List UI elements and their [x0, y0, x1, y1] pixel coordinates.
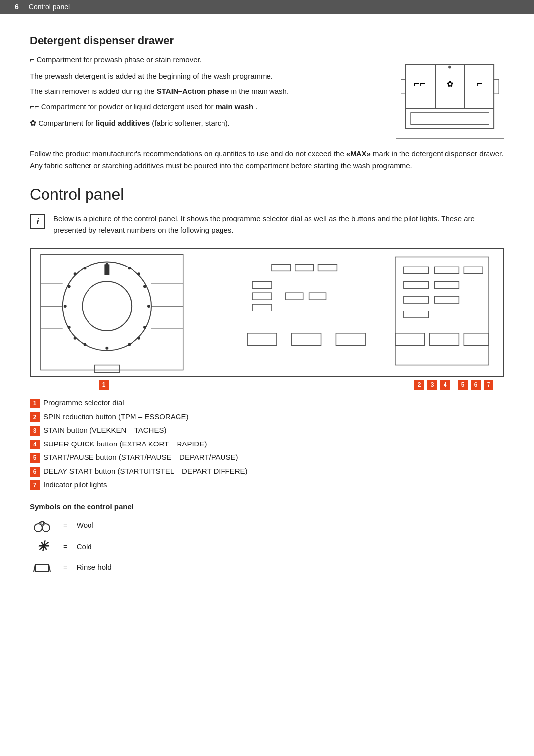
- svg-rect-47: [286, 293, 303, 300]
- symbol-prewash: ⌐: [30, 55, 34, 64]
- page-number: 6: [15, 3, 19, 11]
- item-text-7: Indicator pilot lights: [44, 479, 107, 490]
- item-badge-6: 6: [30, 467, 40, 477]
- cold-label: Cold: [77, 542, 92, 551]
- num-badge-5: 5: [458, 380, 468, 390]
- detergent-section-title: Detergent dispenser drawer: [30, 34, 504, 47]
- control-panel-svg: [31, 249, 503, 378]
- rinse-symbol: [30, 561, 54, 574]
- item-badge-4: 4: [30, 440, 40, 449]
- item-row-6: 6 DELAY START button (STARTUITSTEL – DEP…: [30, 466, 504, 477]
- detergent-section: ⌐ Compartment for prewash phase or stain…: [30, 54, 504, 139]
- control-panel-diagram: [30, 248, 504, 377]
- symbol-row-rinse: = Rinse hold: [30, 561, 504, 574]
- svg-rect-59: [430, 333, 459, 346]
- svg-rect-10: [494, 79, 499, 94]
- info-text: Below is a picture of the control panel.…: [53, 213, 504, 236]
- svg-rect-7: [411, 113, 489, 125]
- svg-rect-57: [404, 311, 429, 318]
- item-badge-5: 5: [30, 453, 40, 463]
- num-badge-6: 6: [471, 380, 481, 390]
- item-text-1: Programme selector dial: [44, 398, 124, 409]
- item-text-3: STAIN button (VLEKKEN – TACHES): [44, 425, 166, 436]
- svg-rect-40: [336, 333, 365, 346]
- svg-rect-42: [295, 264, 314, 271]
- svg-rect-37: [94, 365, 119, 373]
- svg-rect-52: [464, 267, 483, 273]
- info-icon: i: [30, 214, 45, 229]
- svg-point-15: [105, 263, 108, 266]
- svg-rect-9: [401, 79, 406, 94]
- item-badge-7: 7: [30, 480, 40, 490]
- numbers-row: 1 2 3 4 5 6 7: [30, 377, 504, 390]
- drawer-svg: ⌐⌐ ✿ ⌐: [401, 59, 499, 133]
- svg-rect-60: [464, 333, 489, 346]
- num-badge-3: 3: [427, 380, 437, 390]
- num-group-right: 2 3 4 5 6 7: [414, 380, 504, 390]
- wool-symbol: [30, 518, 54, 533]
- detergent-item-1: ⌐ Compartment for prewash phase or stain…: [30, 54, 381, 66]
- svg-rect-55: [404, 296, 429, 303]
- detergent-item-5: ✿ Compartment for liquid additives (fabr…: [30, 117, 381, 130]
- svg-rect-11: [41, 255, 183, 370]
- svg-point-18: [137, 337, 140, 340]
- item-row-2: 2 SPIN reduction button (TPM – ESSORAGE): [30, 411, 504, 423]
- svg-point-21: [64, 305, 67, 308]
- wool-eq: =: [63, 521, 68, 529]
- svg-rect-45: [252, 293, 272, 300]
- svg-point-24: [143, 285, 146, 288]
- num-badge-4: 4: [440, 380, 450, 390]
- svg-rect-41: [272, 264, 291, 271]
- svg-rect-50: [404, 267, 429, 273]
- svg-rect-51: [435, 267, 459, 273]
- item-text-2: SPIN reduction button (TPM – ESSORAGE): [44, 411, 188, 423]
- num-badge-1: 1: [99, 380, 109, 390]
- control-panel-title: Control panel: [30, 185, 504, 204]
- wool-label: Wool: [77, 521, 93, 529]
- symbol-row-wool: = Wool: [30, 518, 504, 533]
- symbols-title: Symbols on the control panel: [30, 502, 504, 511]
- svg-point-20: [74, 337, 77, 340]
- svg-point-17: [147, 305, 150, 308]
- page-header: 6 Control panel: [0, 0, 534, 14]
- svg-rect-56: [435, 296, 459, 303]
- svg-point-13: [83, 281, 132, 331]
- svg-point-29: [68, 285, 71, 288]
- diagram-wrapper: 1 2 3 4 5 6 7: [30, 248, 504, 390]
- cold-icon: ✳: [37, 538, 48, 555]
- svg-rect-39: [292, 333, 321, 346]
- item-badge-1: 1: [30, 399, 40, 408]
- symbols-section: Symbols on the control panel = Wool ✳ = …: [30, 502, 504, 574]
- svg-rect-48: [309, 293, 326, 300]
- svg-rect-46: [252, 304, 272, 311]
- detergent-item-2: The prewash detergent is added at the be…: [30, 70, 381, 82]
- svg-rect-64: [35, 565, 49, 572]
- svg-rect-54: [435, 281, 459, 288]
- item-badge-2: 2: [30, 412, 40, 422]
- svg-point-22: [74, 272, 77, 275]
- svg-rect-53: [404, 281, 429, 288]
- detergent-drawer-image: ⌐⌐ ✿ ⌐: [396, 54, 504, 139]
- svg-point-19: [105, 347, 108, 350]
- svg-rect-58: [395, 333, 425, 346]
- num-badge-7: 7: [484, 380, 493, 390]
- cold-symbol: ✳: [30, 538, 54, 555]
- page-content: Detergent dispenser drawer ⌐ Compartment…: [0, 14, 534, 599]
- svg-point-16: [137, 272, 140, 275]
- symbol-additives: ✿: [30, 119, 36, 127]
- symbol-mainwash: ⌐⌐: [30, 102, 39, 111]
- numbered-items-list: 1 Programme selector dial 2 SPIN reducti…: [30, 398, 504, 490]
- rinse-label: Rinse hold: [77, 563, 112, 571]
- svg-rect-38: [247, 333, 277, 346]
- svg-text:✿: ✿: [447, 80, 453, 88]
- detergent-item-3: The stain remover is added during the ST…: [30, 86, 381, 97]
- svg-point-61: [34, 524, 42, 532]
- svg-text:⌐: ⌐: [477, 78, 483, 89]
- item-row-5: 5 START/PAUSE button (START/PAUSE – DEPA…: [30, 452, 504, 463]
- detergent-item-4: ⌐⌐ Compartment for powder or liquid dete…: [30, 101, 381, 113]
- svg-rect-0: [406, 65, 494, 129]
- svg-point-28: [68, 326, 71, 329]
- item-row-1: 1 Programme selector dial: [30, 398, 504, 409]
- header-section-title: Control panel: [29, 3, 70, 11]
- rinse-eq: =: [63, 563, 68, 571]
